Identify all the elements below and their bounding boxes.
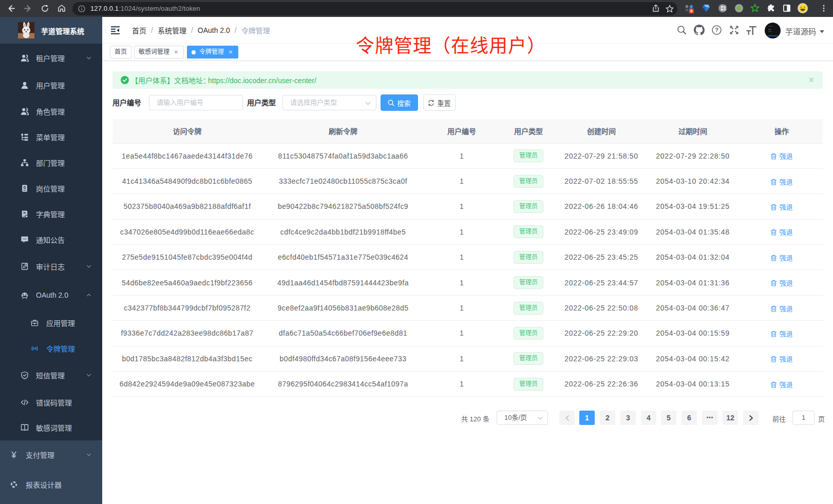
- svg-text:?: ?: [715, 27, 718, 33]
- svg-text:9: 9: [690, 9, 693, 13]
